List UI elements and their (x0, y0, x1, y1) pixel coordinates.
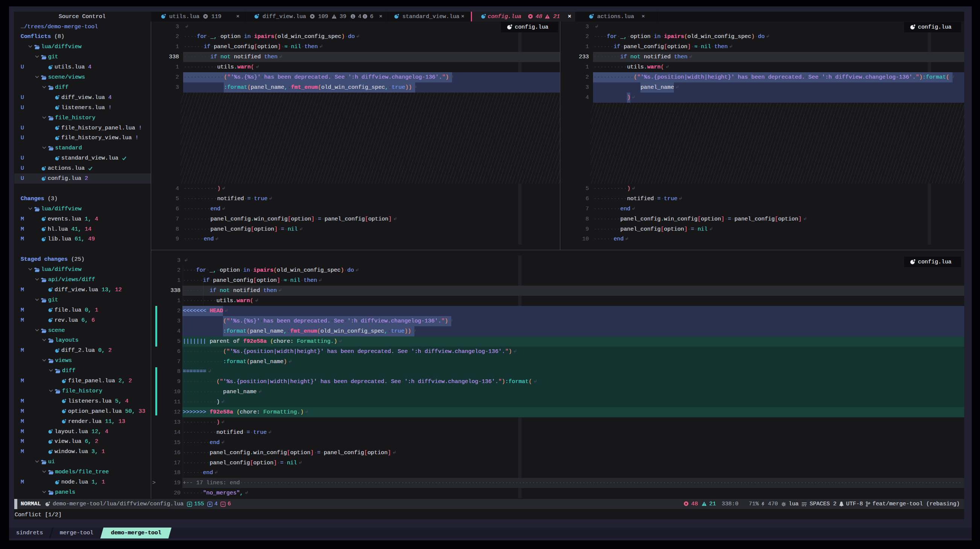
svg-text:!: ! (364, 15, 366, 19)
svg-text:i: i (352, 15, 354, 19)
